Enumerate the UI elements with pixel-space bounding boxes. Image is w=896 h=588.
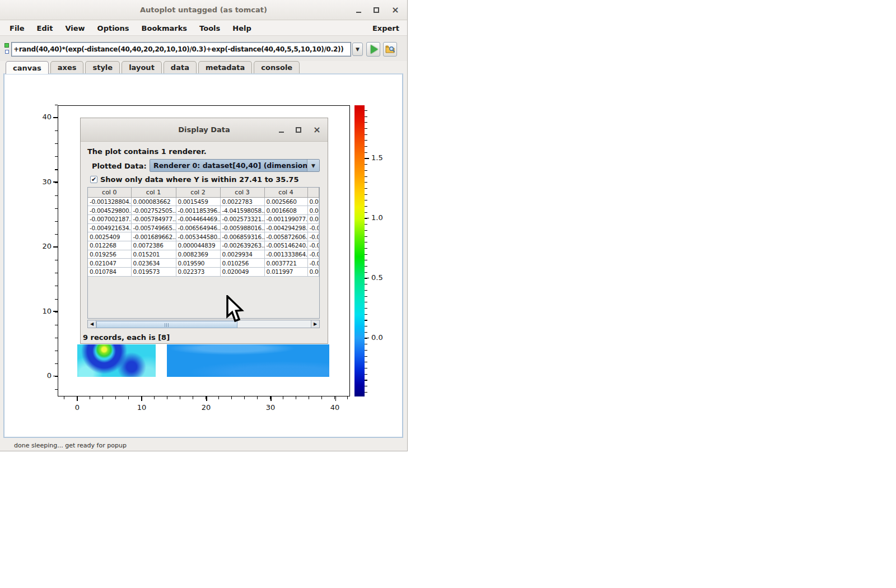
table-cell[interactable]: -0.0 — [307, 223, 319, 232]
menu-file[interactable]: File — [3, 21, 31, 35]
table-cell[interactable]: 0.0082369 — [176, 250, 220, 259]
uri-dropdown-button[interactable]: ▼ — [352, 43, 363, 56]
tab-data[interactable]: data — [164, 61, 197, 73]
colorbar[interactable] — [354, 105, 365, 396]
column-header[interactable]: col 0 — [88, 188, 131, 197]
menu-edit[interactable]: Edit — [31, 21, 59, 35]
table-cell[interactable]: 0.012268 — [88, 241, 131, 250]
data-table: col 0 col 1 col 2 col 3 col 4 -0.0013288… — [88, 188, 319, 277]
table-cell[interactable]: -0.004529800... — [88, 206, 131, 215]
table-cell[interactable]: -0.006564946... — [176, 223, 220, 232]
table-cell[interactable]: 0.0025409 — [88, 232, 131, 241]
filter-checkbox[interactable]: ✔ — [90, 176, 97, 183]
table-cell[interactable]: -4.041598058... — [220, 206, 264, 215]
dialog-close-icon[interactable]: × — [313, 126, 321, 134]
y-tick-label: 30 — [29, 178, 52, 188]
table-cell[interactable]: 0.00 — [307, 197, 319, 206]
table-cell[interactable]: 0.0029934 — [220, 250, 264, 259]
menu-view[interactable]: View — [59, 21, 91, 35]
table-cell[interactable]: -0.006859316... — [220, 232, 264, 241]
tab-style[interactable]: style — [85, 61, 120, 73]
tab-layout[interactable]: layout — [122, 61, 162, 73]
table-cell[interactable]: -0.005146240... — [264, 241, 307, 250]
dialog-minimize-icon[interactable] — [279, 128, 284, 133]
dialog-maximize-icon[interactable] — [296, 127, 301, 133]
table-cell[interactable]: -0.004464469... — [176, 214, 220, 223]
scroll-left-icon[interactable]: ◀ — [88, 320, 96, 328]
tab-console[interactable]: console — [254, 61, 300, 73]
table-cell[interactable]: -0.005872606... — [264, 232, 307, 241]
table-cell[interactable]: -0.0 — [307, 250, 319, 259]
table-cell[interactable]: -0.001689662... — [131, 232, 176, 241]
x-tick-label: 20 — [195, 403, 217, 413]
close-icon[interactable]: × — [391, 6, 399, 14]
table-cell[interactable]: -0.0 — [307, 232, 319, 241]
table-cell[interactable]: 0.0025660 — [264, 197, 307, 206]
menu-tools[interactable]: Tools — [193, 21, 226, 35]
dialog-titlebar[interactable]: Display Data × — [81, 118, 328, 142]
column-header[interactable]: col 2 — [176, 188, 220, 197]
table-cell[interactable]: 0.0015459 — [176, 197, 220, 206]
table-cell[interactable]: -0.001185396... — [176, 206, 220, 215]
table-cell[interactable]: -0.007002187... — [88, 214, 131, 223]
column-header[interactable] — [307, 188, 319, 197]
table-cell[interactable]: 0.022373 — [176, 268, 220, 277]
expert-menu[interactable]: Expert — [366, 21, 407, 35]
scrollbar-thumb[interactable] — [96, 321, 237, 328]
table-cell[interactable]: 0.0037721 — [264, 259, 307, 268]
plotted-data-combobox[interactable]: Renderer 0: dataset[40,40] (dimension...… — [150, 159, 320, 172]
minimize-icon[interactable] — [356, 8, 361, 13]
tab-axes[interactable]: axes — [50, 61, 84, 73]
uri-input[interactable] — [11, 42, 351, 57]
window-titlebar[interactable]: Autoplot untagged (as tomcat) × — [0, 0, 407, 20]
inspect-uri-button[interactable] — [383, 42, 397, 57]
table-cell[interactable]: -0.005988016... — [220, 223, 264, 232]
combo-arrow-icon[interactable]: ▼ — [307, 160, 319, 171]
tab-metadata[interactable]: metadata — [198, 61, 252, 73]
table-cell[interactable]: -0.002639263... — [220, 241, 264, 250]
table-cell[interactable]: 0.020049 — [220, 268, 264, 277]
go-button[interactable] — [366, 42, 380, 57]
table-cell[interactable]: -0.005784977... — [131, 214, 176, 223]
menu-help[interactable]: Help — [226, 21, 257, 35]
table-cell[interactable]: -0.002573321... — [220, 214, 264, 223]
scroll-right-icon[interactable]: ▶ — [311, 320, 319, 328]
horizontal-scrollbar[interactable]: ◀ ▶ — [87, 320, 320, 328]
table-cell[interactable]: 0.010784 — [88, 268, 131, 277]
table-cell[interactable]: -0.004294298... — [264, 223, 307, 232]
table-cell[interactable]: -0.002752505... — [131, 206, 176, 215]
table-cell[interactable]: 0.023634 — [131, 259, 176, 268]
table-cell[interactable]: 0.015201 — [131, 250, 176, 259]
column-header[interactable]: col 3 — [220, 188, 264, 197]
table-cell[interactable]: -0.004921634... — [88, 223, 131, 232]
menu-options[interactable]: Options — [91, 21, 136, 35]
table-cell[interactable]: 0.0072386 — [131, 241, 176, 250]
table-cell[interactable]: -0.005344580... — [176, 232, 220, 241]
table-cell[interactable]: -0.001328804... — [88, 197, 131, 206]
table-cell[interactable]: 0.021047 — [88, 259, 131, 268]
menu-bookmarks[interactable]: Bookmarks — [136, 21, 194, 35]
table-cell[interactable]: 0.00 — [307, 206, 319, 215]
table-cell[interactable]: 0.019590 — [176, 259, 220, 268]
table-cell[interactable]: -0.001333864... — [264, 250, 307, 259]
table-cell[interactable]: 0.019256 — [88, 250, 131, 259]
table-cell[interactable]: 0.010256 — [220, 259, 264, 268]
table-cell[interactable]: 0.019573 — [131, 268, 176, 277]
maximize-icon[interactable] — [374, 7, 379, 13]
table-cell[interactable]: -0.0 — [307, 259, 319, 268]
table-cell[interactable]: 0.00 — [307, 268, 319, 277]
play-icon — [371, 45, 378, 54]
table-cell[interactable]: 0.011997 — [264, 268, 307, 277]
table-cell[interactable]: -0.001199077... — [264, 214, 307, 223]
table-cell[interactable]: 0.0016608 — [264, 206, 307, 215]
table-cell[interactable]: -0.005749665... — [131, 223, 176, 232]
table-cell[interactable]: -0.0 — [307, 241, 319, 250]
column-header[interactable]: col 1 — [131, 188, 176, 197]
table-cell[interactable]: 0.00 — [307, 214, 319, 223]
table-cell[interactable]: 0.000044839 — [176, 241, 220, 250]
tab-canvas[interactable]: canvas — [6, 61, 49, 74]
table-cell[interactable]: 0.000083662 — [131, 197, 176, 206]
renderer-count-text: The plot contains 1 renderer. — [87, 147, 207, 156]
table-cell[interactable]: 0.0022783 — [220, 197, 264, 206]
column-header[interactable]: col 4 — [264, 188, 307, 197]
